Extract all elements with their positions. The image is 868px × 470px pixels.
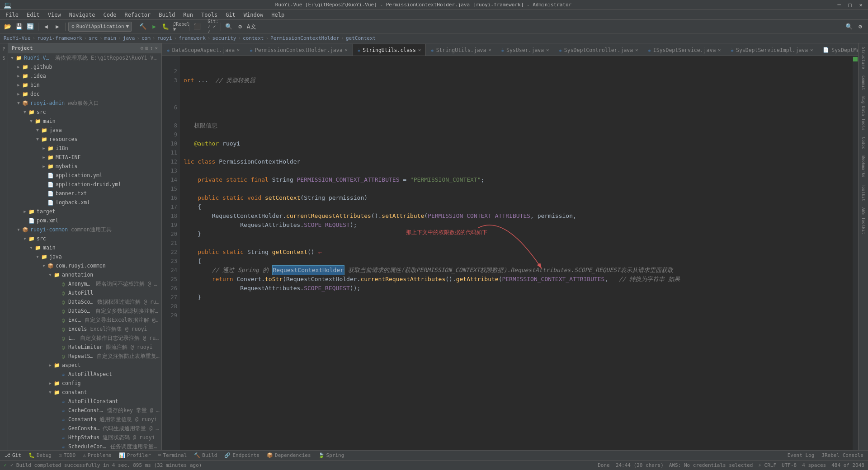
tab-datascopeaspect[interactable]: ☕ DataScopeAspect.java ✕: [162, 44, 245, 56]
bottom-tab-profiler[interactable]: 📊 Profiler: [117, 451, 153, 459]
maximize-button[interactable]: □: [846, 1, 854, 9]
tree-item-admin-i18n[interactable]: ▶ 📁 i18n: [8, 144, 161, 153]
tab-isysdeptservice[interactable]: ☕ ISysDeptService.java ✕: [643, 44, 726, 56]
breadcrumb-item-2[interactable]: src: [89, 35, 98, 41]
tab-close-isysdeptservice[interactable]: ✕: [718, 47, 721, 52]
breadcrumb-item-5[interactable]: com: [142, 35, 151, 41]
profile-button[interactable]: ⚙: [235, 22, 245, 32]
menu-item-refactor[interactable]: Refactor: [121, 11, 154, 19]
tree-item-excel[interactable]: ▶ @ Excel 自定义导出Excel数据注解 @ ruoyi: [8, 315, 161, 324]
menu-item-edit[interactable]: Edit: [23, 11, 43, 19]
bottom-tab-terminal[interactable]: ⌨ Terminal: [156, 451, 189, 459]
debug-button[interactable]: 🐛: [160, 22, 170, 32]
breadcrumb-item-3[interactable]: main: [104, 35, 117, 41]
menu-item-view[interactable]: View: [44, 11, 65, 19]
structure-icon[interactable]: S: [0, 54, 8, 61]
tree-item-annotation[interactable]: ▼ 📁 annotation: [8, 270, 161, 279]
tree-item-cacheconstants[interactable]: ▶ ☕ CacheConstants 缓存的key 常量 @ ruoyi: [8, 406, 161, 415]
tree-item-app-yml[interactable]: ▶ 📄 application.yml: [8, 171, 161, 180]
breadcrumb-item-7[interactable]: framework: [179, 35, 206, 41]
tree-item-app-druid-yml[interactable]: ▶ 📄 application-druid.yml: [8, 180, 161, 189]
tree-item-admin-src[interactable]: ▼ 📁 src: [8, 108, 161, 117]
bottom-tab-todo[interactable]: ☑ TODO: [57, 451, 77, 459]
breadcrumb-item-1[interactable]: ruoyi-framework: [37, 35, 82, 41]
tree-item-common-main[interactable]: ▼ 📁 main: [8, 243, 161, 252]
menu-item-help[interactable]: Help: [268, 11, 288, 19]
save-button[interactable]: 💾: [14, 22, 24, 32]
tree-root[interactable]: ▼ 📁 RuoYi-Vue 若依管理系统 E:\gitRepos2\RuoYi-…: [8, 53, 161, 62]
bottom-tab-eventlog[interactable]: Event Log: [786, 451, 816, 459]
tree-item-idea[interactable]: ▶ 📁 .idea: [8, 71, 161, 80]
tab-close-datascopeaspect[interactable]: ✕: [237, 47, 240, 52]
tree-item-bin[interactable]: ▶ 📁 bin: [8, 80, 161, 89]
tab-close-stringutils-java[interactable]: ✕: [488, 47, 491, 52]
back-button[interactable]: ◀: [41, 22, 51, 32]
breadcrumb-item-9[interactable]: context: [243, 35, 264, 41]
tree-item-config[interactable]: ▶ 📁 config: [8, 379, 161, 388]
tab-permissioncontextholder[interactable]: ☕ PermissionContextHolder.java ✕: [245, 44, 353, 56]
tab-stringutils-class[interactable]: ☕ StringUtils.class ✕: [353, 44, 426, 56]
menu-item-run[interactable]: Run: [179, 11, 197, 19]
find-button[interactable]: 🔍: [224, 22, 234, 32]
tree-item-datascope[interactable]: ▶ @ DataScope 数据权限过滤注解 @ ruoyi: [8, 297, 161, 306]
stop-button[interactable]: ⬛: [192, 22, 202, 32]
tree-item-excels[interactable]: ▶ @ Excels Excel注解集 @ ruoyi: [8, 324, 161, 334]
tree-item-datasource[interactable]: ▶ @ DataSource 自定义多数据源切换注解 @ ruoyi: [8, 306, 161, 315]
minimize-button[interactable]: ─: [835, 1, 843, 9]
code-area[interactable]: ort ... // 类型转换器 权限信息: [180, 56, 853, 450]
bigdata-tab-icon[interactable]: Big Data Tools: [860, 94, 867, 132]
tree-item-ruoyi-common[interactable]: ▼ 📦 ruoyi-common common通用工具: [8, 225, 161, 234]
tree-item-common-src[interactable]: ▼ 📁 src: [8, 234, 161, 243]
build-button[interactable]: 🔨: [138, 22, 148, 32]
bottom-tab-debug[interactable]: 🐛 Debug: [27, 451, 53, 459]
jrebel-button[interactable]: JRebel ▼: [176, 22, 186, 32]
project-icon[interactable]: P: [0, 45, 8, 52]
menu-item-code[interactable]: Code: [100, 11, 120, 19]
menu-item-file[interactable]: File: [2, 11, 22, 19]
tree-item-autofill[interactable]: ▶ @ AutoFill: [8, 288, 161, 297]
tree-item-admin-metainf[interactable]: ▶ 📁 META-INF: [8, 153, 161, 162]
tree-item-banner-txt[interactable]: ▶ 📄 banner.txt: [8, 189, 161, 198]
tree-item-common-package[interactable]: ▼ 📦 com.ruoyi.common: [8, 261, 161, 270]
tree-item-admin-resources[interactable]: ▼ 📁 resources: [8, 135, 161, 144]
tab-stringutils-java[interactable]: ☕ StringUtils.java ✕: [426, 44, 496, 56]
tab-close-permissioncontextholder[interactable]: ✕: [345, 47, 348, 52]
translate-button[interactable]: A文: [246, 22, 256, 32]
tree-item-ratelimiter[interactable]: ▶ @ RateLimiter 限流注解 @ ruoyi: [8, 343, 161, 352]
menu-item-build[interactable]: Build: [155, 11, 179, 19]
git-button[interactable]: Git: ✓ ✓ ✓: [208, 22, 218, 32]
tree-item-admin-main[interactable]: ▼ 📁 main: [8, 117, 161, 126]
bottom-tab-git[interactable]: ⎇ Git: [3, 451, 23, 459]
tree-item-constant[interactable]: ▼ 📁 constant: [8, 388, 161, 397]
tree-item-admin-mybatis[interactable]: ▶ 📁 mybatis: [8, 162, 161, 171]
breadcrumb-item-11[interactable]: getContext: [346, 35, 376, 41]
breadcrumb-item-4[interactable]: java: [123, 35, 135, 41]
gear-icon[interactable]: ⚙: [141, 45, 144, 51]
breadcrumb-item-0[interactable]: RuoYi-Vue: [4, 35, 31, 41]
menu-item-tools[interactable]: Tools: [198, 11, 221, 19]
sort-icon[interactable]: ↕: [150, 45, 153, 51]
bookmarks-tab-icon[interactable]: Bookmarks: [860, 154, 867, 179]
forward-button[interactable]: ▶: [52, 22, 62, 32]
tree-item-github[interactable]: ▶ 📁 .github: [8, 62, 161, 71]
tree-item-constants[interactable]: ▶ ☕ Constants 通用常量信息 @ ruoyi: [8, 415, 161, 424]
tree-item-repeatsubmit[interactable]: ▶ @ RepeatSubmit 自定义注解防止表单重复提交 @ ruoyi: [8, 352, 161, 361]
project-tree[interactable]: ▼ 📁 RuoYi-Vue 若依管理系统 E:\gitRepos2\RuoYi-…: [8, 53, 161, 450]
status-crlf[interactable]: ⚡ CRLF: [758, 462, 776, 468]
tab-sysuser[interactable]: ☕ SysUser.java ✕: [496, 44, 554, 56]
tree-item-common-java[interactable]: ▼ 📁 java: [8, 252, 161, 261]
sync-button[interactable]: 🔄: [25, 22, 35, 32]
bottom-tab-build[interactable]: 🔨 Build: [192, 451, 219, 459]
tab-close-sysuser[interactable]: ✕: [546, 47, 549, 52]
bottom-tab-problems[interactable]: ⚠ Problems: [81, 451, 113, 459]
tab-sysdeptmapper-xml[interactable]: 📄 SysDeptMapper.xml ✕: [818, 44, 858, 56]
bottom-tab-jrebel-console[interactable]: JRebel Console: [820, 451, 865, 459]
tab-sysdeptcontroller[interactable]: ☕ SysDeptController.java ✕: [554, 44, 643, 56]
close-panel-icon[interactable]: ✕: [155, 45, 158, 51]
tab-close-stringutils-class[interactable]: ✕: [418, 47, 421, 52]
tree-item-scheduleconstants[interactable]: ▶ ☕ ScheduleConstants 任务调度通用常量 @ ruoyi: [8, 442, 161, 450]
breadcrumb-item-10[interactable]: PermissionContextHolder: [270, 35, 339, 41]
expand-icon[interactable]: ⊞: [145, 45, 148, 51]
search-everywhere-button[interactable]: 🔍: [844, 22, 854, 32]
close-button[interactable]: ✕: [857, 1, 864, 9]
